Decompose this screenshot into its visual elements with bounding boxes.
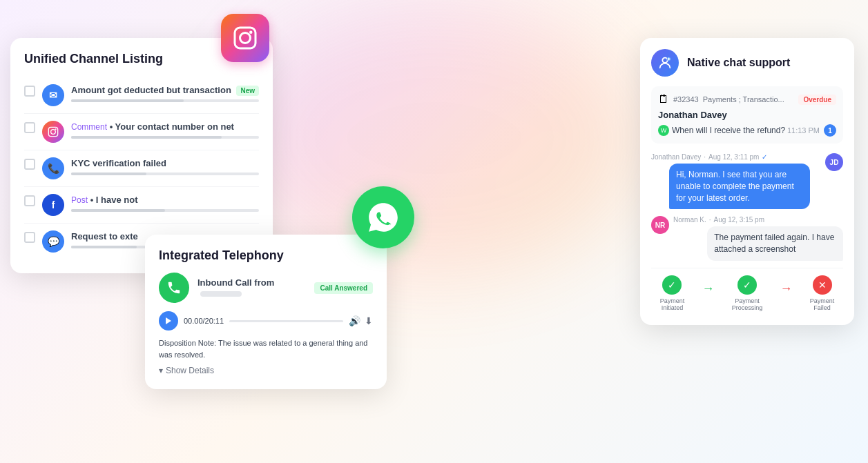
conv-meta: 🗒 #32343 Payments ; Transactio... Overdu… <box>658 93 836 106</box>
conv-icon: 🗒 <box>658 93 669 106</box>
audio-progress-bar[interactable] <box>229 320 343 322</box>
svg-point-7 <box>662 58 667 63</box>
avatar-nr: NR <box>651 216 669 234</box>
conv-id: #32343 <box>673 95 699 104</box>
progress-fill-3 <box>71 173 146 175</box>
msg-meta-norman: Norman K. · Aug 12, 3:15 pm <box>673 216 843 224</box>
show-details-label: Show Details <box>166 366 214 375</box>
channel-item-instagram[interactable]: Comment • Your contact number on net <box>24 114 259 150</box>
svg-point-5 <box>249 31 253 35</box>
channel-item-phone[interactable]: 📞 KYC verification failed <box>24 150 259 187</box>
channel-checkbox-2[interactable] <box>24 122 35 133</box>
channel-link-4: Post <box>71 195 88 205</box>
chat-icon: 💬 <box>42 230 64 253</box>
channel-content-4: Post • I have not <box>71 194 259 212</box>
channel-checkbox-4[interactable] <box>24 195 35 206</box>
facebook-icon: f <box>42 194 64 216</box>
telephony-card: Integrated Telephony Inbound Call from C… <box>145 235 387 389</box>
msg-row-norman: NR Norman K. · Aug 12, 3:15 pm The payme… <box>651 216 843 261</box>
progress-fill-1 <box>71 99 184 102</box>
call-from-label: from <box>254 277 274 288</box>
progress-bar-3 <box>71 173 259 175</box>
step-label-processing: PaymentProcessing <box>732 297 763 311</box>
channel-subtitle-4: • I have not <box>90 195 138 205</box>
unread-badge: 1 <box>824 124 836 137</box>
channel-checkbox-1[interactable] <box>24 86 35 97</box>
svg-point-2 <box>55 128 57 130</box>
conv-last-msg: W When will I receive the refund? <box>658 125 785 136</box>
channel-title-text-1: Amount got deducted but transaction <box>71 85 231 95</box>
disposition-label: Disposition Note: <box>159 339 216 347</box>
call-title-text: Inbound Call <box>197 277 252 288</box>
msg-time-jonathan: Aug 12, 3:11 pm <box>708 153 759 161</box>
disposition-note: Disposition Note: The issue was related … <box>159 337 373 360</box>
svg-point-1 <box>51 130 56 135</box>
avatar-jd: JD <box>825 153 843 171</box>
progress-fill-2 <box>71 136 222 139</box>
msg-row-jonathan: Jonathan Davey · Aug 12, 3:11 pm ✓ Hi, N… <box>651 153 843 209</box>
progress-fill-4 <box>71 209 165 212</box>
audio-row: 00.00/20:11 🔊 ⬇ <box>159 311 373 331</box>
conv-msg-text: When will I receive the refund? <box>672 126 785 135</box>
svg-rect-3 <box>235 28 255 48</box>
play-button[interactable] <box>159 311 178 331</box>
channel-item-facebook[interactable]: f Post • I have not <box>24 187 259 224</box>
instagram-icon <box>42 121 64 143</box>
arrow-2: → <box>780 282 793 296</box>
channel-checkbox-5[interactable] <box>24 232 35 243</box>
email-icon: ✉ <box>42 84 64 106</box>
call-from-bar <box>200 291 242 297</box>
svg-marker-6 <box>166 317 171 324</box>
channel-link-2: Comment <box>71 122 107 132</box>
chevron-down-icon: ▾ <box>159 366 163 375</box>
svg-rect-0 <box>48 127 57 136</box>
progress-bar-1 <box>71 99 259 102</box>
svg-point-4 <box>240 33 251 43</box>
msg-sender-jonathan: Jonathan Davey <box>651 153 701 161</box>
chat-logo <box>651 49 679 77</box>
step-icon-processing: ✓ <box>737 275 757 295</box>
step-label-initiated: PaymentInitiated <box>660 297 685 311</box>
msg-bubble-jonathan: Hi, Norman. I see that you are unable to… <box>669 164 810 209</box>
msg-bubble-norman: The payment failed again. I have attache… <box>707 226 843 261</box>
progress-fill-5 <box>71 246 137 248</box>
audio-icons: 🔊 ⬇ <box>349 315 373 326</box>
step-icon-initiated: ✓ <box>662 275 682 295</box>
conv-right-meta: 11:13 PM 1 <box>787 124 836 137</box>
conv-category: Payments ; Transactio... <box>703 95 784 104</box>
msg-sender-norman: Norman K. <box>673 216 706 224</box>
whatsapp-bubble <box>352 186 414 248</box>
channel-item-email[interactable]: ✉ Amount got deducted but transaction Ne… <box>24 77 259 114</box>
badge-overdue: Overdue <box>798 95 836 105</box>
show-details-link[interactable]: ▾ Show Details <box>159 366 373 375</box>
payment-step-initiated: ✓ PaymentInitiated <box>660 275 685 311</box>
channel-title-text-3: KYC verification failed <box>71 157 259 170</box>
read-check-icon: ✓ <box>762 153 767 161</box>
payment-step-failed: ✕ PaymentFailed <box>810 275 835 311</box>
channel-subtitle-2: • Your contact number on net <box>110 121 234 132</box>
download-icon: ⬇ <box>365 315 373 326</box>
progress-bar-4 <box>71 209 259 212</box>
progress-bar-2 <box>71 136 259 139</box>
arrow-1: → <box>702 282 714 296</box>
chat-support-card: Native chat support 🗒 #32343 Payments ; … <box>640 38 854 325</box>
call-status-badge: Call Answered <box>314 282 373 294</box>
payment-status: ✓ PaymentInitiated → ✓ PaymentProcessing… <box>651 268 843 311</box>
call-info: Inbound Call from <box>197 277 306 298</box>
msg-meta-jonathan: Jonathan Davey · Aug 12, 3:11 pm ✓ <box>651 153 817 161</box>
volume-icon: 🔊 <box>349 315 360 326</box>
call-row: Inbound Call from Call Answered <box>159 273 373 303</box>
channel-content-1: Amount got deducted but transaction New <box>71 84 259 102</box>
chat-header: Native chat support <box>651 49 843 77</box>
step-icon-failed: ✕ <box>813 275 832 295</box>
chat-messages: Jonathan Davey · Aug 12, 3:11 pm ✓ Hi, N… <box>651 150 843 314</box>
step-label-failed: PaymentFailed <box>810 297 835 311</box>
channel-checkbox-3[interactable] <box>24 159 35 170</box>
msg-time-norman: Aug 12, 3:15 pm <box>714 216 764 224</box>
conversation-item[interactable]: 🗒 #32343 Payments ; Transactio... Overdu… <box>651 86 843 144</box>
telephony-card-title: Integrated Telephony <box>159 248 373 263</box>
call-icon <box>159 273 189 303</box>
wa-icon-small: W <box>658 125 669 136</box>
conv-customer-name: Jonathan Davey <box>658 110 836 120</box>
conv-msg-row: W When will I receive the refund? 11:13 … <box>658 124 836 137</box>
